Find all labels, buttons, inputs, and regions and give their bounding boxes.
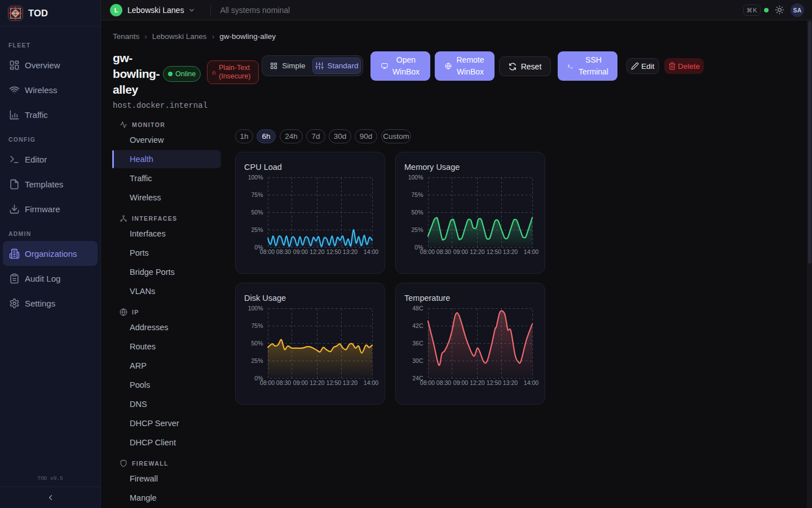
svg-text:50%: 50% [411,209,423,216]
svg-text:08:00: 08:00 [260,248,275,255]
svg-text:09:00: 09:00 [293,379,308,386]
svg-text:14:00: 14:00 [364,248,378,255]
svg-text:13:20: 13:20 [343,248,358,255]
svg-text:25%: 25% [251,357,263,364]
svg-text:08:00: 08:00 [260,379,275,386]
svg-text:100%: 100% [248,305,263,312]
svg-text:25%: 25% [251,226,263,233]
svg-text:12:50: 12:50 [326,379,341,386]
svg-text:14:00: 14:00 [364,379,378,386]
svg-text:08:30: 08:30 [436,379,451,386]
svg-text:50%: 50% [251,209,263,216]
svg-text:36C: 36C [412,340,423,347]
svg-text:08:30: 08:30 [276,379,291,386]
svg-text:12:20: 12:20 [310,248,324,255]
svg-text:100%: 100% [248,174,263,181]
svg-text:12:20: 12:20 [470,379,484,386]
svg-text:08:30: 08:30 [276,248,291,255]
svg-text:14:00: 14:00 [524,379,539,386]
svg-text:12:20: 12:20 [310,379,324,386]
svg-text:12:20: 12:20 [470,248,484,255]
svg-text:13:20: 13:20 [343,379,358,386]
svg-text:09:00: 09:00 [453,379,468,386]
svg-text:08:30: 08:30 [436,248,451,255]
svg-text:75%: 75% [411,191,423,198]
svg-text:30C: 30C [412,357,423,364]
svg-text:08:00: 08:00 [420,379,435,386]
svg-text:75%: 75% [251,322,263,329]
svg-text:12:50: 12:50 [326,248,341,255]
svg-text:08:00: 08:00 [420,248,435,255]
svg-text:14:00: 14:00 [524,248,539,255]
svg-text:12:50: 12:50 [487,379,501,386]
svg-text:75%: 75% [251,191,263,198]
svg-text:09:00: 09:00 [293,248,308,255]
svg-text:50%: 50% [251,340,263,347]
svg-text:09:00: 09:00 [453,248,468,255]
svg-text:42C: 42C [412,322,423,329]
svg-text:48C: 48C [412,305,423,312]
svg-text:100%: 100% [408,174,423,181]
svg-text:13:20: 13:20 [503,379,518,386]
svg-text:25%: 25% [411,226,423,233]
svg-text:12:50: 12:50 [487,248,501,255]
svg-text:13:20: 13:20 [503,248,518,255]
